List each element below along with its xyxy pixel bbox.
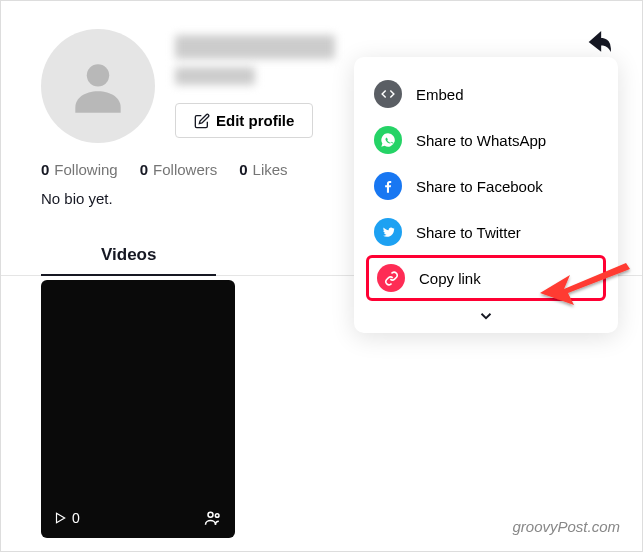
watermark: groovyPost.com	[512, 518, 620, 535]
svg-point-2	[208, 512, 213, 517]
tab-videos[interactable]: Videos	[41, 235, 216, 275]
svg-point-0	[87, 64, 109, 86]
share-menu: Embed Share to WhatsApp Share to Faceboo…	[354, 57, 618, 333]
share-item-embed-label: Embed	[416, 86, 464, 103]
edit-profile-button[interactable]: Edit profile	[175, 103, 313, 138]
stat-followers[interactable]: 0 Followers	[140, 161, 218, 178]
video-views: 0	[53, 510, 80, 526]
followers-label: Followers	[153, 161, 217, 178]
person-icon	[66, 54, 130, 118]
play-outline-icon	[53, 511, 67, 525]
stat-following[interactable]: 0 Following	[41, 161, 118, 178]
svg-point-3	[215, 514, 219, 518]
followers-count: 0	[140, 161, 148, 178]
edit-profile-label: Edit profile	[216, 112, 294, 129]
svg-marker-1	[57, 513, 65, 522]
video-view-count: 0	[72, 510, 80, 526]
whatsapp-icon	[374, 126, 402, 154]
share-item-facebook[interactable]: Share to Facebook	[354, 163, 618, 209]
share-item-twitter-label: Share to Twitter	[416, 224, 521, 241]
facebook-icon	[374, 172, 402, 200]
share-item-embed[interactable]: Embed	[354, 71, 618, 117]
share-item-whatsapp[interactable]: Share to WhatsApp	[354, 117, 618, 163]
share-arrow-icon	[586, 29, 612, 55]
stat-likes[interactable]: 0 Likes	[239, 161, 287, 178]
handle-redacted	[175, 67, 255, 85]
video-thumbnail[interactable]: 0	[41, 280, 235, 538]
likes-count: 0	[239, 161, 247, 178]
people-icon	[203, 508, 223, 528]
following-count: 0	[41, 161, 49, 178]
embed-icon	[374, 80, 402, 108]
share-item-whatsapp-label: Share to WhatsApp	[416, 132, 546, 149]
likes-label: Likes	[253, 161, 288, 178]
avatar[interactable]	[41, 29, 155, 143]
chevron-down-icon	[477, 307, 495, 325]
share-menu-expand[interactable]	[354, 301, 618, 327]
edit-icon	[194, 113, 210, 129]
username-redacted	[175, 35, 335, 59]
share-item-copy-link-label: Copy link	[419, 270, 481, 287]
following-label: Following	[54, 161, 117, 178]
link-icon	[377, 264, 405, 292]
share-item-facebook-label: Share to Facebook	[416, 178, 543, 195]
twitter-icon	[374, 218, 402, 246]
share-item-twitter[interactable]: Share to Twitter	[354, 209, 618, 255]
tab-videos-label: Videos	[101, 245, 156, 264]
share-button[interactable]	[586, 29, 612, 59]
share-item-copy-link[interactable]: Copy link	[366, 255, 606, 301]
